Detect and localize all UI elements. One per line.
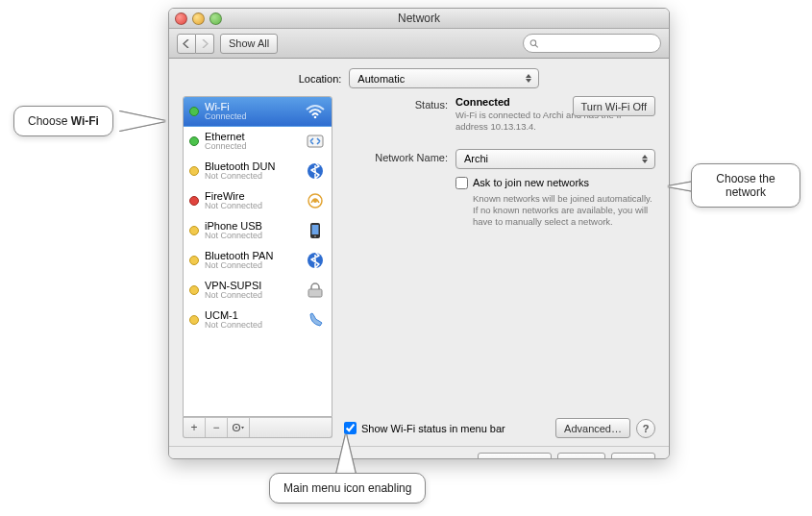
network-name-popup[interactable]: Archi	[455, 149, 655, 169]
svg-rect-8	[312, 225, 319, 234]
revert-button[interactable]: Revert	[557, 453, 605, 459]
location-row: Location: Automatic	[169, 59, 669, 96]
service-item-firewire[interactable]: FireWireNot Connected	[184, 186, 332, 216]
minimize-button[interactable]	[192, 12, 205, 25]
close-button[interactable]	[175, 12, 187, 25]
traffic-lights	[175, 12, 222, 25]
show-status-label: Show Wi-Fi status in menu bar	[361, 423, 505, 434]
status-dot-icon	[189, 107, 199, 116]
sidebar: Wi-FiConnectedEthernetConnectedBluetooth…	[183, 96, 332, 438]
status-dot-icon	[189, 196, 199, 206]
back-button[interactable]	[177, 34, 196, 54]
list-footer: + −	[183, 417, 332, 438]
callout-choose-network: Choose the network	[691, 163, 800, 208]
remove-service-button[interactable]: −	[206, 418, 228, 437]
location-label: Location:	[299, 73, 342, 85]
location-value: Automatic	[357, 73, 405, 85]
advanced-button[interactable]: Advanced…	[555, 418, 630, 438]
status-dot-icon	[189, 136, 199, 146]
service-item-ethernet[interactable]: EthernetConnected	[184, 127, 332, 157]
service-item-bluetooth-pan[interactable]: Bluetooth PANNot Connected	[184, 246, 332, 276]
gear-icon	[232, 423, 245, 432]
service-status: Not Connected	[205, 232, 299, 241]
service-item-bluetooth-dun[interactable]: Bluetooth DUNNot Connected	[184, 157, 332, 186]
show-status-input[interactable]	[344, 422, 357, 434]
popup-arrows-icon	[523, 71, 534, 86]
help-button[interactable]: ?	[636, 419, 655, 438]
svg-rect-11	[308, 289, 322, 297]
service-status: Not Connected	[205, 261, 299, 271]
svg-line-1	[535, 44, 538, 47]
iphone-icon	[305, 222, 326, 239]
service-status: Not Connected	[205, 202, 299, 211]
status-dot-icon	[189, 285, 199, 295]
svg-point-9	[314, 235, 316, 237]
status-label: Status:	[344, 96, 455, 114]
network-name-label: Network Name:	[344, 149, 455, 167]
service-status: Not Connected	[205, 291, 299, 301]
service-list[interactable]: Wi-FiConnectedEthernetConnectedBluetooth…	[183, 96, 332, 417]
show-status-checkbox[interactable]: Show Wi-Fi status in menu bar	[344, 422, 505, 434]
svg-point-13	[235, 427, 237, 429]
service-actions-button[interactable]	[228, 418, 250, 437]
service-item-ucm-1[interactable]: UCM-1Not Connected	[184, 306, 332, 335]
service-status: Not Connected	[205, 321, 299, 331]
service-status: Connected	[205, 112, 299, 122]
service-item-iphone-usb[interactable]: iPhone USBNot Connected	[184, 216, 332, 246]
main-content: Wi-FiConnectedEthernetConnectedBluetooth…	[169, 96, 669, 446]
svg-point-6	[313, 199, 317, 203]
titlebar: Network	[169, 9, 669, 29]
show-all-button[interactable]: Show All	[220, 34, 278, 54]
search-icon	[529, 38, 539, 49]
apply-button[interactable]: Apply	[611, 453, 655, 459]
toolbar: Show All	[169, 29, 669, 59]
status-dot-icon	[189, 166, 199, 176]
firewire-icon	[305, 192, 326, 209]
service-item-wi-fi[interactable]: Wi-FiConnected	[184, 97, 332, 127]
zoom-button[interactable]	[209, 12, 222, 25]
detail-pane: Turn Wi-Fi Off Status: Connected Wi-Fi i…	[344, 96, 655, 438]
svg-point-2	[314, 116, 317, 119]
nav-back-forward	[177, 34, 214, 54]
add-service-button[interactable]: +	[184, 418, 206, 437]
ask-join-label: Ask to join new networks	[473, 177, 589, 188]
search-field[interactable]	[523, 34, 661, 53]
callout-1-pointer	[119, 111, 165, 131]
bluetooth-icon	[305, 162, 326, 180]
service-status: Connected	[205, 142, 299, 152]
window-title: Network	[169, 12, 669, 25]
bluetooth-icon	[305, 252, 326, 269]
status-dot-icon	[189, 226, 199, 235]
assist-me-button[interactable]: Assist me…	[478, 453, 552, 459]
ask-join-input[interactable]	[455, 177, 468, 189]
network-name-row: Network Name: Archi	[344, 149, 655, 169]
turn-wifi-off-button[interactable]: Turn Wi-Fi Off	[573, 96, 655, 116]
wifi-icon	[305, 103, 326, 120]
vpn-icon	[305, 282, 326, 299]
chevron-left-icon	[183, 39, 190, 48]
location-popup[interactable]: Automatic	[349, 68, 539, 88]
forward-button[interactable]	[196, 34, 214, 54]
popup-arrows-icon	[639, 152, 651, 166]
network-name-value: Archi	[464, 153, 488, 164]
svg-point-0	[530, 39, 536, 45]
ask-join-checkbox[interactable]: Ask to join new networks	[455, 177, 589, 189]
ethernet-icon	[305, 133, 326, 150]
svg-rect-3	[308, 135, 323, 147]
ask-join-subtext: Known networks will be joined automatica…	[473, 193, 655, 229]
ask-join-row: Ask to join new networks Known networks …	[344, 177, 655, 229]
search-input[interactable]	[542, 37, 654, 50]
callout-choose-wifi: Choose Wi-Fi	[13, 106, 113, 136]
phone-icon	[305, 311, 326, 329]
status-dot-icon	[189, 256, 199, 265]
service-item-vpn-supsi[interactable]: VPN-SUPSINot Connected	[184, 276, 332, 306]
footer: Assist me… Revert Apply	[169, 446, 669, 459]
chevron-right-icon	[201, 39, 209, 48]
network-preferences-window: Network Show All Location: Automatic Wi-…	[168, 8, 670, 459]
status-dot-icon	[189, 315, 199, 325]
service-status: Not Connected	[205, 172, 299, 182]
callout-menu-icon: Main menu icon enabling	[269, 473, 426, 504]
callout-3-pointer	[336, 434, 356, 475]
detail-bottom-row: Show Wi-Fi status in menu bar Advanced… …	[344, 418, 655, 438]
